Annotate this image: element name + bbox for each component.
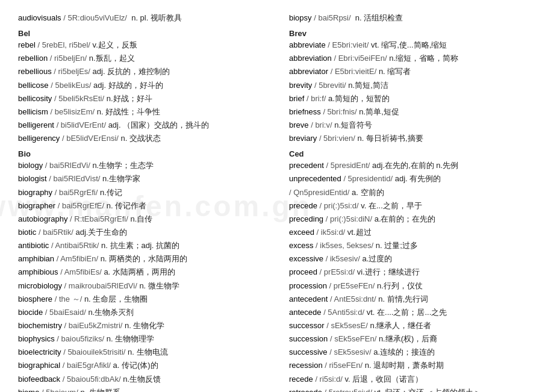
phonetic-right-1-8: / prE5si:d/ (320, 267, 355, 276)
definition-left-1-15: a. 传记(体)的 (113, 361, 158, 370)
phonetic-audiovisuals: / 5R:diou5viVuElz/ (63, 13, 127, 22)
entry-biopsy: biopsy / bai5Rpsi/ n. 活组织检查 (289, 12, 536, 24)
phonetic-left-0-0: / 5rebEl, ri5bel/ (38, 40, 90, 49)
phonetic-left-0-1: / ri5beljEn/ (50, 54, 87, 63)
definition-right-0-6: n.短音符号 (334, 120, 372, 129)
brev-entries: abbreviate / E5bri:vieit/ vt. 缩写,使...简略,… (289, 39, 536, 145)
right-entry-0-5: briefness / 5bri:fnis/ n.简单,短促 (289, 106, 536, 118)
right-entry-1-17: retrocede / 5retrou5si:d/ vt. 归还；交还 ＜占领的… (289, 387, 536, 392)
phonetic-left-0-6: / bi5lidVErEnt/ (57, 120, 106, 129)
word-right-0-0: abbreviate (289, 40, 326, 49)
phonetic-right-0-2: / E5bri:vieitE/ (331, 67, 377, 76)
left-entry-1-12: biochemistry / baiEu5kZmistri/ n. 生物化学 (18, 320, 265, 332)
phonetic-left-0-2: / ri5beljEs/ (54, 67, 90, 76)
phonetic-right-1-16: / ri5si:d/ (315, 375, 343, 384)
left-entry-1-10: biosphere / the ～/ n. 生命层，生物圈 (18, 293, 265, 305)
word-left-1-2: biography (18, 188, 52, 197)
definition-left-1-6: n. 抗生素；adj. 抗菌的 (101, 241, 179, 250)
left-entry-1-3: biographer / bai5RgrEfE/ n. 传记作者 (18, 200, 265, 212)
left-entry-0-2: rebellious / ri5beljEs/ adj. 反抗的，难控制的 (18, 66, 265, 78)
right-entry-1-2: / Qn5presidEntid/ a. 空前的 (289, 187, 536, 199)
left-entry-0-0: rebel / 5rebEl, ri5bel/ v.起义，反叛 (18, 39, 265, 51)
word-left-0-4: bellicosity (18, 94, 52, 103)
phonetic-left-1-0: / bai5RlEdVi/ (45, 161, 90, 170)
phonetic-left-1-16: / 5baiou5fi:dbAk/ (63, 375, 121, 384)
phonetic-right-1-9: / prE5seFEn/ (329, 281, 375, 290)
definition-left-1-10: n. 生命层，生物圈 (84, 294, 148, 303)
right-entry-0-6: breve / bri:v/ n.短音符号 (289, 119, 536, 131)
word-right-0-5: briefness (289, 107, 321, 116)
phonetic-left-0-5: / be5lisizEm/ (50, 107, 95, 116)
left-entry-0-1: rebellion / ri5beljEn/ n.叛乱，起义 (18, 52, 265, 64)
left-entry-1-14: bioelectricity / 5baiouilek5trisiti/ n. … (18, 346, 265, 358)
word-left-1-3: biographer (18, 201, 55, 210)
definition-left-1-4: n.自传 (130, 214, 152, 223)
phonetic-left-0-7: / bE5lidVErEnsi/ (62, 134, 119, 143)
word-right-1-15: recession (289, 361, 323, 370)
word-left-1-12: biochemistry (18, 321, 62, 330)
word-right-1-14: successive (289, 347, 328, 356)
phonetic-right-0-7: / 5bri:vien/ (319, 134, 355, 143)
definition-left-1-11: n.生物杀灭剂 (88, 308, 134, 317)
definition-right-1-7: a.过度的 (362, 254, 392, 263)
left-entry-1-6: antibiotic / Antibai5Rtik/ n. 抗生素；adj. 抗… (18, 240, 265, 252)
word-left-0-7: belligerency (18, 134, 60, 143)
word-right-1-9: procession (289, 281, 327, 290)
right-entry-1-6: excess / ik5ses, 5ekses/ n. 过量;过多 (289, 240, 536, 252)
phonetic-left-1-15: / baiE5grAfikl/ (63, 361, 111, 370)
definition-right-0-1: n.缩短，省略，简称 (389, 54, 458, 63)
word-left-1-4: autobiography (18, 214, 67, 223)
right-entry-0-7: breviary / 5bri:vien/ n. 每日祈祷书,摘要 (289, 132, 536, 145)
left-entry-0-5: bellicism / be5lisizEm/ n. 好战性；斗争性 (18, 106, 265, 118)
word-left-1-17: biome (18, 388, 39, 392)
left-entry-1-0: biology / bai5RlEdVi/ n.生物学；生态学 (18, 160, 265, 172)
right-entry-1-15: recession / ri5seFEn/ n. 退却时期，萧条时期 (289, 359, 536, 372)
definition-right-0-4: a.简短的，短暂的 (328, 94, 390, 103)
word-right-1-3: precede (289, 201, 317, 210)
definition-left-0-1: n.叛乱，起义 (89, 54, 135, 63)
right-entry-1-10: antecedent / AntE5si:dnt/ n. 前情,先行词 (289, 293, 536, 305)
definition-left-1-17: n. 生物群系 (80, 388, 120, 392)
word-left-0-6: belligerent (18, 120, 54, 129)
word-biopsy: biopsy (289, 13, 312, 22)
definition-left-1-12: n. 生物化学 (125, 321, 164, 330)
right-entry-1-9: procession / prE5seFEn/ n.行列，仪仗 (289, 280, 536, 292)
right-entry-0-4: brief / bri:f/ a.简短的，短暂的 (289, 93, 536, 105)
word-left-1-16: biofeedback (18, 375, 60, 384)
phonetic-right-1-1: / 5presidentid/ (343, 174, 393, 183)
word-audiovisuals: audiovisuals (18, 13, 61, 22)
phonetic-biopsy: / bai5Rpsi/ (314, 13, 350, 22)
definition-left-1-8: a. 水陆两栖，两用的 (104, 267, 175, 276)
definition-biopsy: n. 活组织检查 (355, 13, 403, 22)
word-left-1-1: biologist (18, 174, 47, 183)
word-left-1-15: biographical (18, 361, 60, 370)
phonetic-left-1-6: / Antibai5Rtik/ (51, 241, 99, 250)
phonetic-right-1-7: / ik5sesiv/ (326, 254, 360, 263)
definition-right-0-7: n. 每日祈祷书,摘要 (357, 134, 423, 143)
word-left-1-13: biophysics (18, 334, 55, 343)
word-right-1-0: precedent (289, 161, 324, 170)
definition-left-1-16: n.生物反馈 (123, 375, 161, 384)
word-right-0-3: brevity (289, 81, 312, 90)
word-right-1-7: excessive (289, 254, 323, 263)
definition-left-1-13: n. 生物物理学 (107, 334, 154, 343)
word-left-0-1: rebellion (18, 54, 48, 63)
phonetic-right-1-12: / sEk5sesE/ (326, 321, 368, 330)
section-header-bel: Bel (18, 29, 265, 38)
definition-left-1-2: n.传记 (100, 188, 122, 197)
definition-right-1-8: vi.进行；继续进行 (357, 267, 420, 276)
phonetic-right-0-6: / bri:v/ (311, 120, 332, 129)
left-entry-0-3: bellicose / 5belikEus/ adj. 好战的，好斗的 (18, 79, 265, 92)
phonetic-left-1-12: / baiEu5kZmistri/ (64, 321, 123, 330)
phonetic-left-1-3: / bai5RgrEfE/ (58, 201, 104, 210)
phonetic-right-1-6: / ik5ses, 5ekses/ (316, 241, 373, 250)
definition-left-0-6: adj. （国家）交战的，挑斗的 (108, 120, 210, 129)
word-left-1-9: microbiology (18, 281, 62, 290)
word-right-1-16: recede (289, 375, 313, 384)
word-left-1-0: biology (18, 161, 43, 170)
left-entry-1-8: amphibious / Am5fibiEs/ a. 水陆两栖，两用的 (18, 266, 265, 278)
phonetic-left-1-2: / bai5RgrEfi/ (55, 188, 98, 197)
section-header-brev: Brev (289, 29, 536, 38)
word-left-0-0: rebel (18, 40, 36, 49)
word-left-1-11: biocide (18, 308, 43, 317)
